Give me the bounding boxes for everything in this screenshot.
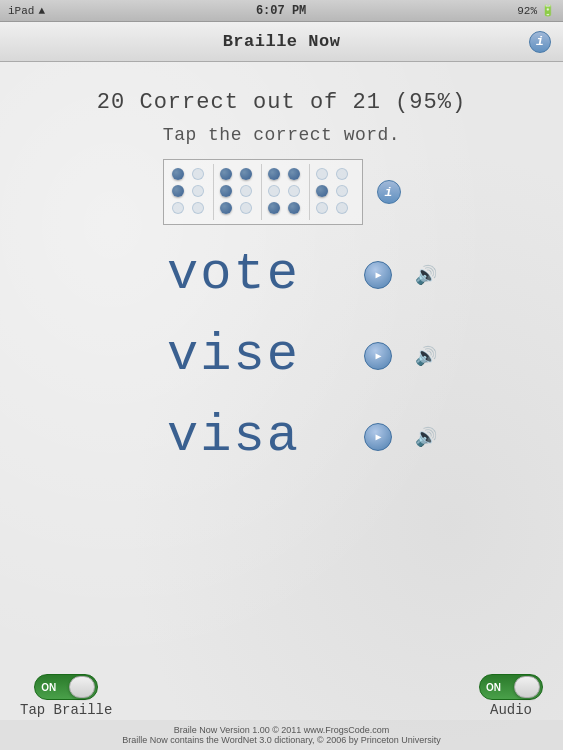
dot	[192, 185, 204, 197]
word-row-vise: vise 🔊	[20, 326, 543, 385]
status-left: iPad ▲	[8, 5, 45, 17]
footer-line1: Braile Now Version 1.00 © 2011 www.Frogs…	[174, 725, 390, 735]
braille-cell-3	[264, 164, 310, 220]
dot	[172, 185, 184, 197]
dot	[192, 168, 204, 180]
dot	[288, 202, 300, 214]
status-bar: iPad ▲ 6:07 PM 92% 🔋	[0, 0, 563, 22]
dot	[288, 185, 300, 197]
toggle-knob	[69, 676, 95, 698]
word-choice-vise[interactable]: vise	[124, 326, 344, 385]
device-label: iPad	[8, 5, 34, 17]
score-display: 20 Correct out of 21 (95%)	[20, 90, 543, 115]
status-time: 6:07 PM	[256, 4, 306, 18]
dot	[316, 185, 328, 197]
dot	[240, 185, 252, 197]
tap-braille-label: Tap Braille	[20, 702, 112, 718]
dot	[336, 202, 348, 214]
status-right: 92% 🔋	[517, 4, 555, 17]
word-row-vote: vote 🔊	[20, 245, 543, 304]
battery-icon: 🔋	[541, 4, 555, 17]
braille-grid	[163, 159, 363, 225]
info-button[interactable]: i	[529, 31, 551, 53]
tap-braille-toggle[interactable]: ON	[34, 674, 98, 700]
footer-line2: Braille Now contains the WordNet 3.0 dic…	[122, 735, 440, 745]
word-choice-vote[interactable]: vote	[124, 245, 344, 304]
arrow-button-vise[interactable]	[364, 342, 392, 370]
arrow-button-vote[interactable]	[364, 261, 392, 289]
dot	[336, 168, 348, 180]
dot	[316, 202, 328, 214]
word-choice-visa[interactable]: visa	[124, 407, 344, 466]
main-content: 20 Correct out of 21 (95%) Tap the corre…	[0, 62, 563, 466]
dot	[268, 202, 280, 214]
speaker-button-vote[interactable]: 🔊	[412, 261, 440, 289]
audio-toggle[interactable]: ON	[479, 674, 543, 700]
nav-bar: Braille Now i	[0, 22, 563, 62]
tap-braille-group: ON Tap Braille	[20, 674, 112, 718]
instruction-text: Tap the correct word.	[20, 125, 543, 145]
dot	[220, 202, 232, 214]
tap-braille-on-label: ON	[41, 682, 56, 693]
bottom-bar: ON Tap Braille ON Audio	[0, 674, 563, 718]
dot	[220, 185, 232, 197]
word-row-visa: visa 🔊	[20, 407, 543, 466]
speaker-button-vise[interactable]: 🔊	[412, 342, 440, 370]
dot	[240, 168, 252, 180]
dot	[316, 168, 328, 180]
dot	[268, 168, 280, 180]
braille-cell-1	[168, 164, 214, 220]
wifi-icon: ▲	[38, 5, 45, 17]
braille-info-button[interactable]: i	[377, 180, 401, 204]
battery-label: 92%	[517, 5, 537, 17]
footer: Braile Now Version 1.00 © 2011 www.Frogs…	[0, 720, 563, 750]
audio-on-label: ON	[486, 682, 501, 693]
nav-title: Braille Now	[223, 32, 341, 51]
speaker-button-visa[interactable]: 🔊	[412, 423, 440, 451]
dot	[240, 202, 252, 214]
audio-group: ON Audio	[479, 674, 543, 718]
braille-cell-4	[312, 164, 358, 220]
dot	[336, 185, 348, 197]
dot	[288, 168, 300, 180]
dot	[268, 185, 280, 197]
braille-cell-2	[216, 164, 262, 220]
toggle-knob	[514, 676, 540, 698]
arrow-button-visa[interactable]	[364, 423, 392, 451]
dot	[172, 202, 184, 214]
dot	[192, 202, 204, 214]
dot	[220, 168, 232, 180]
dot	[172, 168, 184, 180]
braille-area: i	[20, 159, 543, 225]
audio-label: Audio	[490, 702, 532, 718]
